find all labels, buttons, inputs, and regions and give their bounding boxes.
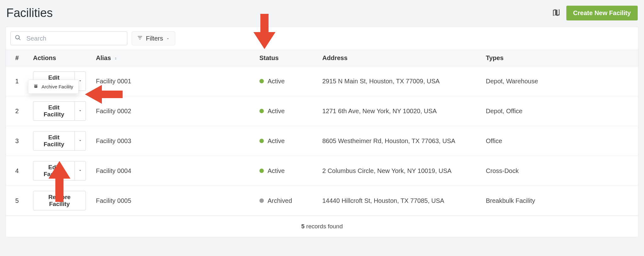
record-count: 5	[301, 223, 305, 230]
status-label: Active	[268, 167, 285, 175]
action-button-group: Edit Facility	[33, 131, 86, 151]
search-input[interactable]	[10, 31, 127, 45]
row-status: Archived	[254, 186, 317, 216]
chevron-down-icon	[78, 167, 82, 174]
table-row: 4Edit FacilityFacility 0004Active2 Colum…	[6, 156, 638, 186]
row-alias: Facility 0003	[91, 126, 254, 156]
chevron-down-icon	[78, 78, 82, 84]
row-status: Active	[254, 66, 317, 96]
row-types: Breakbulk Facility	[481, 186, 638, 216]
table-body: 1Edit FacilityArchive FacilityFacility 0…	[6, 66, 638, 216]
table-row: 1Edit FacilityArchive FacilityFacility 0…	[6, 66, 638, 96]
row-alias: Facility 0004	[91, 156, 254, 186]
action-button-group: Edit Facility	[33, 101, 86, 121]
create-facility-button[interactable]: Create New Facility	[566, 6, 638, 20]
archive-label: Archive Facility	[42, 84, 73, 89]
filter-icon	[137, 35, 143, 42]
table-row: 5Restore FacilityFacility 0005Archived14…	[6, 186, 638, 216]
caret-down-icon	[166, 35, 170, 42]
row-alias: Facility 0002	[91, 96, 254, 126]
row-actions: Edit Facility	[28, 96, 91, 126]
status-label: Active	[268, 137, 285, 145]
archive-facility-menu-item[interactable]: Archive Facility	[31, 82, 76, 92]
sort-indicator-icon	[113, 54, 118, 61]
action-dropdown-toggle[interactable]	[75, 131, 86, 151]
row-status: Active	[254, 156, 317, 186]
row-actions: Edit Facility	[28, 156, 91, 186]
archive-icon	[33, 84, 38, 90]
chevron-down-icon	[78, 108, 82, 114]
restore-facility-button[interactable]: Restore Facility	[33, 191, 86, 210]
col-header-alias-label: Alias	[96, 54, 111, 61]
row-types: Depot, Warehouse	[481, 66, 638, 96]
search-icon	[15, 35, 21, 42]
status-label: Archived	[268, 197, 292, 204]
table-row: 3Edit FacilityFacility 0003Active8605 We…	[6, 126, 638, 156]
edit-facility-button[interactable]: Edit Facility	[33, 101, 75, 121]
table-row: 2Edit FacilityFacility 0002Active1271 6t…	[6, 96, 638, 126]
status-dot-icon	[259, 139, 264, 143]
status-dot-icon	[259, 109, 264, 113]
row-alias: Facility 0001	[91, 66, 254, 96]
row-address: 8605 Westheimer Rd, Houston, TX 77063, U…	[317, 126, 481, 156]
footer-text: records found	[306, 223, 343, 230]
col-header-index[interactable]: #	[6, 50, 28, 66]
row-address: 1271 6th Ave, New York, NY 10020, USA	[317, 96, 481, 126]
status-dot-icon	[259, 79, 264, 83]
header-actions: Create New Facility	[552, 6, 638, 20]
facilities-card: Filters # Actions Alias Sta	[6, 27, 638, 237]
row-address: 2 Columbus Circle, New York, NY 10019, U…	[317, 156, 481, 186]
status-label: Active	[268, 78, 285, 85]
row-types: Cross-Dock	[481, 156, 638, 186]
col-header-actions[interactable]: Actions	[28, 50, 91, 66]
row-alias: Facility 0005	[91, 186, 254, 216]
row-address: 2915 N Main St, Houston, TX 77009, USA	[317, 66, 481, 96]
row-actions: Edit Facility	[28, 126, 91, 156]
row-address: 14440 Hillcroft St, Houston, TX 77085, U…	[317, 186, 481, 216]
col-header-types[interactable]: Types	[481, 50, 638, 66]
action-dropdown-menu: Archive Facility	[28, 80, 79, 94]
toolbar: Filters	[6, 27, 638, 50]
row-types: Depot, Office	[481, 96, 638, 126]
action-dropdown-toggle[interactable]	[75, 101, 86, 121]
chevron-down-icon	[78, 137, 82, 144]
status-dot-icon	[259, 198, 264, 203]
row-actions: Edit FacilityArchive Facility	[28, 66, 91, 96]
edit-facility-button[interactable]: Edit Facility	[33, 131, 75, 151]
filters-label: Filters	[146, 35, 163, 42]
row-index: 2	[6, 96, 28, 126]
action-button-group: Edit Facility	[33, 161, 86, 181]
status-dot-icon	[259, 169, 264, 173]
search-wrap	[10, 31, 127, 45]
table-footer: 5 records found	[6, 216, 638, 237]
page-title: Facilities	[6, 6, 53, 20]
row-index: 3	[6, 126, 28, 156]
edit-facility-button[interactable]: Edit Facility	[33, 161, 75, 181]
map-icon[interactable]	[552, 8, 561, 18]
facilities-table: # Actions Alias Status Address Types 1Ed…	[6, 50, 638, 216]
status-label: Active	[268, 108, 285, 115]
page-header: Facilities Create New Facility	[6, 6, 638, 20]
col-header-alias[interactable]: Alias	[91, 50, 254, 66]
filters-button[interactable]: Filters	[132, 31, 175, 45]
row-index: 4	[6, 156, 28, 186]
row-actions: Restore Facility	[28, 186, 91, 216]
col-header-status[interactable]: Status	[254, 50, 317, 66]
row-status: Active	[254, 96, 317, 126]
row-types: Office	[481, 126, 638, 156]
row-index: 1	[6, 66, 28, 96]
row-status: Active	[254, 126, 317, 156]
action-dropdown-toggle[interactable]	[75, 161, 86, 181]
row-index: 5	[6, 186, 28, 216]
table-header: # Actions Alias Status Address Types	[6, 50, 638, 66]
col-header-address[interactable]: Address	[317, 50, 481, 66]
